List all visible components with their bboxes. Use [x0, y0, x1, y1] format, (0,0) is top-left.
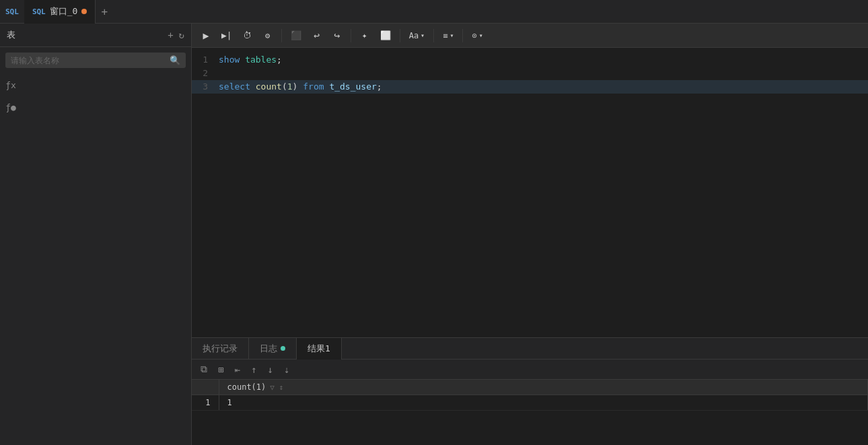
undo-button[interactable]: ↩: [308, 27, 326, 44]
redo-button[interactable]: ↪: [328, 27, 346, 44]
table-row: 1 1: [192, 395, 868, 411]
sidebar-func-icon[interactable]: ƒx: [5, 80, 16, 90]
tab-result1[interactable]: 结果1: [297, 338, 342, 360]
sep4: [433, 29, 434, 42]
sep1: [281, 29, 282, 42]
line-content-2: [219, 67, 224, 80]
log-dot: [281, 346, 285, 351]
tab-bar-left: SQL: [0, 7, 24, 16]
line-num-1: 1: [192, 53, 219, 67]
code-line-1: 1 show tables;: [192, 53, 868, 67]
more-icon: ⊙: [472, 31, 476, 40]
wrap-button[interactable]: ⬜: [376, 27, 395, 44]
toolbar: ▶ ▶| ⏱ ⚙ ⬛ ↩ ↪ ✦ ⬜ Aa ▾ ≡ ▾ ⊙ ▾: [192, 24, 868, 48]
col-count-label: count(1): [227, 382, 266, 392]
more-button[interactable]: ⊙ ▾: [468, 27, 486, 44]
tab-execution-log-label: 执行记录: [203, 343, 238, 355]
tab-sql-window[interactable]: SQL 窗口_0: [24, 0, 96, 24]
code-editor[interactable]: 1 show tables; 2 3 select count(1) from …: [192, 48, 868, 337]
result-table-wrap[interactable]: count(1) ▽ ↕ 1 1: [192, 380, 868, 445]
col-count-header: count(1) ▽ ↕: [219, 380, 868, 395]
code-line-3: 3 select count(1) from t_ds_user;: [192, 80, 868, 94]
run-selected-button[interactable]: ▶|: [217, 27, 236, 44]
tab-execution-log[interactable]: 执行记录: [192, 338, 249, 360]
format-button[interactable]: ⬛: [287, 27, 305, 44]
code-line-2: 2: [192, 67, 868, 80]
font-button[interactable]: Aa ▾: [405, 27, 429, 44]
line-num-2: 2: [192, 67, 219, 80]
history-button[interactable]: ⏱: [239, 27, 256, 44]
tab-log[interactable]: 日志: [249, 338, 297, 360]
line-content-1: show tables;: [219, 53, 282, 67]
tab-result1-label: 结果1: [308, 343, 330, 355]
run-all-button[interactable]: ⚙: [259, 27, 277, 44]
result-table: count(1) ▽ ↕ 1 1: [192, 380, 868, 411]
sidebar: 表 + ↻ 🔍 ƒx ƒ●: [0, 24, 192, 445]
tab-window-label: 窗口_0: [50, 5, 78, 18]
more-arrow: ▾: [479, 32, 483, 39]
tab-modified-dot: [81, 9, 87, 14]
sidebar-header-icons: + ↻: [168, 30, 184, 40]
sidebar-title: 表: [7, 29, 15, 41]
first-row-button[interactable]: ⇤: [231, 363, 243, 376]
bottom-tabs: 执行记录 日志 结果1: [192, 338, 868, 360]
sidebar-proc-icon[interactable]: ƒ●: [5, 102, 16, 112]
magic-button[interactable]: ✦: [356, 27, 373, 44]
tab-sql-label: SQL: [32, 7, 46, 16]
font-label: Aa: [409, 31, 419, 40]
line-num-3: 3: [192, 80, 219, 94]
sidebar-search[interactable]: 🔍: [5, 53, 186, 68]
editor-area: ▶ ▶| ⏱ ⚙ ⬛ ↩ ↪ ✦ ⬜ Aa ▾ ≡ ▾ ⊙ ▾: [192, 24, 868, 445]
sidebar-search-input[interactable]: [11, 56, 166, 65]
last-row-button[interactable]: ⇣: [281, 363, 293, 376]
sidebar-search-icon[interactable]: 🔍: [170, 55, 180, 65]
sidebar-header: 表 + ↻: [0, 24, 191, 47]
row-1-num: 1: [192, 395, 219, 411]
col-row-num-header: [192, 380, 219, 395]
sep5: [462, 29, 463, 42]
bottom-panel: 执行记录 日志 结果1 ⧉ ⊞ ⇤ ↑ ↓ ⇣: [192, 337, 868, 445]
list-arrow: ▾: [449, 32, 454, 39]
line-content-3: select count(1) from t_ds_user;: [219, 80, 382, 94]
font-arrow: ▾: [421, 32, 425, 39]
col-count-sort-icon[interactable]: ▽ ↕: [270, 383, 283, 392]
filter-button[interactable]: ⊞: [215, 363, 227, 376]
sidebar-left-icons: ƒx ƒ●: [0, 73, 22, 445]
copy-result-button[interactable]: ⧉: [197, 362, 211, 376]
tab-bar: SQL SQL 窗口_0 +: [0, 0, 868, 24]
run-button[interactable]: ▶: [197, 27, 215, 44]
sep3: [400, 29, 400, 42]
row-1-count: 1: [219, 395, 868, 411]
next-row-button[interactable]: ↓: [264, 363, 276, 376]
main-area: 表 + ↻ 🔍 ƒx ƒ● ▶ ▶| ⏱ ⚙ ⬛ ↩ ↪: [0, 24, 868, 445]
bottom-toolbar: ⧉ ⊞ ⇤ ↑ ↓ ⇣: [192, 360, 868, 380]
sidebar-content: ƒx ƒ●: [0, 73, 191, 445]
prev-row-button[interactable]: ↑: [248, 363, 260, 376]
sql-icon: SQL: [5, 7, 19, 16]
tab-add-button[interactable]: +: [96, 5, 113, 18]
list-icon: ≡: [443, 31, 447, 40]
sep2: [351, 29, 351, 42]
list-button[interactable]: ≡ ▾: [439, 27, 458, 44]
sidebar-refresh-icon[interactable]: ↻: [179, 30, 184, 40]
tab-log-label: 日志: [260, 343, 277, 355]
sidebar-add-icon[interactable]: +: [168, 30, 173, 40]
